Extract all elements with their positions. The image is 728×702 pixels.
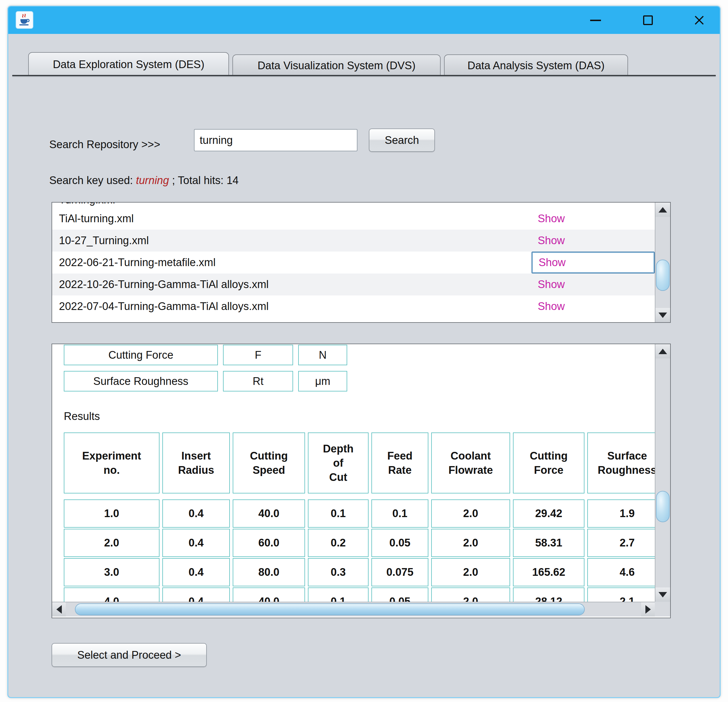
file-list-row[interactable]: 2022-06-21-Turning-metafile.xmlShow xyxy=(52,252,655,274)
results-header-cell: Cutting Speed xyxy=(233,433,305,494)
results-cell: 0.3 xyxy=(308,558,368,586)
detail-horizontal-scrollbar[interactable] xyxy=(52,602,655,617)
file-list-row[interactable]: 2022-10-26-Turning-Gamma-TiAl alloys.xml… xyxy=(52,274,655,295)
tab-data-visualization-system[interactable]: Data Visualization System (DVS) xyxy=(233,54,441,76)
results-cell: 60.0 xyxy=(233,529,305,557)
select-and-proceed-button[interactable]: Select and Proceed > xyxy=(52,643,207,667)
results-cell: 0.4 xyxy=(162,499,230,528)
summary-total-hits-label: ; Total hits: xyxy=(169,174,227,186)
results-header-cell: Experiment no. xyxy=(64,433,159,494)
results-cell: 0.075 xyxy=(371,558,428,586)
arrow-down-icon xyxy=(659,313,667,318)
clipped-list-row: Turning.xml xyxy=(52,203,655,208)
scroll-down-button[interactable] xyxy=(655,588,670,602)
detail-scrollbar-thumb[interactable] xyxy=(656,491,670,522)
search-results-list: Turning.xml TiAl-turning.xmlShow10-27_Tu… xyxy=(52,202,671,323)
search-summary: Search key used: turning ; Total hits: 1… xyxy=(49,172,239,189)
tab-content-divider xyxy=(12,75,716,76)
results-cell: 1.0 xyxy=(64,499,159,528)
file-name: 2022-07-04-Turning-Gamma-TiAl alloys.xml xyxy=(52,300,532,313)
file-list-row[interactable]: 2022-07-04-Turning-Gamma-TiAl alloys.xml… xyxy=(52,295,655,317)
scroll-up-button[interactable] xyxy=(655,344,670,358)
show-link[interactable]: Show xyxy=(539,256,566,269)
show-cell: Show xyxy=(532,252,655,274)
summary-total-hits-count: 14 xyxy=(227,174,238,186)
file-name: 2022-06-21-Turning-metafile.xml xyxy=(52,256,532,269)
results-header-cell: Cutting Force xyxy=(513,433,585,494)
results-row: 3.00.480.00.30.0752.0165.624.6 xyxy=(64,558,667,586)
horizontal-scrollbar-thumb[interactable] xyxy=(75,604,585,615)
scroll-left-button[interactable] xyxy=(52,602,66,617)
search-input[interactable] xyxy=(194,129,357,151)
detail-vertical-scrollbar[interactable] xyxy=(655,344,670,602)
minimize-icon xyxy=(590,20,601,21)
results-cell: 2.0 xyxy=(431,558,510,586)
search-repository-label: Search Repository >>> xyxy=(49,133,160,156)
results-cell: 2.0 xyxy=(64,529,159,557)
results-cell: 2.0 xyxy=(431,529,510,557)
scroll-up-button[interactable] xyxy=(655,203,670,217)
java-coffee-cup-icon xyxy=(18,13,31,26)
list-scrollbar-thumb[interactable] xyxy=(656,259,670,291)
show-cell: Show xyxy=(532,295,655,317)
results-header-cell: Feed Rate xyxy=(371,433,428,494)
file-name: TiAl-turning.xml xyxy=(52,213,532,225)
file-name: 2022-10-26-Turning-Gamma-TiAl alloys.xml xyxy=(52,278,532,291)
results-header-cell: Insert Radius xyxy=(162,433,230,494)
close-button[interactable] xyxy=(681,7,718,34)
show-cell: Show xyxy=(532,208,655,230)
show-link[interactable]: Show xyxy=(538,234,565,247)
minimize-button[interactable] xyxy=(577,7,614,34)
show-link[interactable]: Show xyxy=(538,300,565,313)
arrow-up-icon xyxy=(659,207,667,213)
results-table-header: Experiment no.Insert RadiusCutting Speed… xyxy=(64,433,667,494)
summary-prefix: Search key used: xyxy=(49,174,136,186)
results-cell: 29.42 xyxy=(513,499,585,528)
arrow-left-icon xyxy=(56,605,62,614)
search-button[interactable]: Search xyxy=(369,129,435,152)
arrow-up-icon xyxy=(659,349,667,354)
file-detail-panel: Cutting ForceFNSurface RoughnessRtμm Res… xyxy=(52,344,671,618)
file-rows: TiAl-turning.xmlShow10-27_Turning.xmlSho… xyxy=(52,208,670,317)
results-cell: 0.4 xyxy=(162,529,230,557)
close-icon xyxy=(693,14,705,26)
titlebar[interactable] xyxy=(8,7,720,34)
results-header-cell: Depth of Cut xyxy=(308,433,368,494)
arrow-down-icon xyxy=(659,592,667,598)
tab-data-analysis-system[interactable]: Data Analysis System (DAS) xyxy=(444,54,628,76)
results-cell: 0.1 xyxy=(308,499,368,528)
arrow-right-icon xyxy=(646,605,651,614)
scroll-down-button[interactable] xyxy=(655,308,670,322)
summary-search-key: turning xyxy=(136,174,169,186)
clipped-file-name: Turning.xml xyxy=(59,203,115,206)
results-header-cell: Coolant Flowrate xyxy=(431,433,510,494)
results-cell: 165.62 xyxy=(513,558,585,586)
list-vertical-scrollbar[interactable] xyxy=(655,203,670,322)
java-app-icon xyxy=(16,11,33,29)
show-cell: Show xyxy=(532,274,655,295)
results-cell: 0.1 xyxy=(371,499,428,528)
file-list-row[interactable]: 10-27_Turning.xmlShow xyxy=(52,230,655,252)
maximize-button[interactable] xyxy=(630,7,666,34)
file-list-row[interactable]: TiAl-turning.xmlShow xyxy=(52,208,655,230)
tab-data-exploration-system[interactable]: Data Exploration System (DES) xyxy=(28,52,229,76)
results-cell: 40.0 xyxy=(233,499,305,528)
results-cell: 80.0 xyxy=(233,558,305,586)
show-link[interactable]: Show xyxy=(538,278,565,291)
results-cell: 58.31 xyxy=(513,529,585,557)
results-cell: 0.05 xyxy=(371,529,428,557)
results-row: 1.00.440.00.10.12.029.421.9 xyxy=(64,499,667,528)
show-cell: Show xyxy=(532,230,655,252)
results-cell: 0.2 xyxy=(308,529,368,557)
app-window: Data Exploration System (DES) Data Visua… xyxy=(7,6,721,698)
file-name: 10-27_Turning.xml xyxy=(52,234,532,247)
results-cell: 0.4 xyxy=(162,558,230,586)
results-row: 2.00.460.00.20.052.058.312.7 xyxy=(64,529,667,557)
results-cell: 2.0 xyxy=(431,499,510,528)
scrollbar-corner xyxy=(655,602,670,617)
show-link[interactable]: Show xyxy=(538,213,565,225)
results-cell: 3.0 xyxy=(64,558,159,586)
tab-bar: Data Exploration System (DES) Data Visua… xyxy=(8,52,720,76)
scroll-right-button[interactable] xyxy=(641,602,655,617)
maximize-icon xyxy=(643,15,653,25)
